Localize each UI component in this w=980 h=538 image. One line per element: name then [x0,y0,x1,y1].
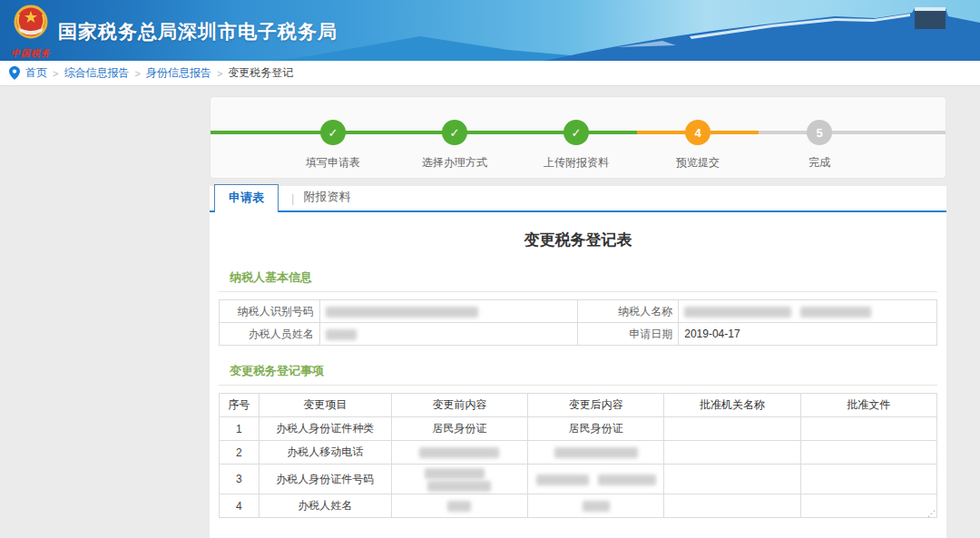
step-circle-2: ✓ [442,120,467,145]
redacted-value [425,468,485,479]
change-item-row: 4办税人姓名 [220,494,937,518]
breadcrumb-item[interactable]: 综合信息报告 [64,65,129,81]
resize-gripper[interactable]: ⋰ [927,510,936,517]
redacted-value [684,307,791,318]
breadcrumb-separator: > [134,68,140,79]
field-value [319,300,578,323]
step-circle-5: 5 [807,120,832,145]
redacted-value [583,501,610,512]
cell-before [391,441,527,465]
field-value: 2019-04-17 [679,323,937,346]
cell-document [800,465,936,494]
redacted-value [326,307,478,318]
location-pin-icon [9,66,20,80]
field-label: 申请日期 [578,323,679,346]
field-value [319,323,578,346]
redacted-value [598,474,656,485]
field-label: 纳税人识别号码 [220,300,320,323]
tab-separator: | [291,191,294,205]
cell-item: 办税人姓名 [259,494,391,518]
national-tax-emblem-icon [11,4,51,44]
cell-document [800,441,936,465]
redacted-value [800,307,871,318]
breadcrumb-items: 首页>综合信息报告>身份信息报告>变更税务登记 [22,65,297,81]
step-circle-4: 4 [685,120,710,145]
section-title-basic-info: 纳税人基本信息 [219,261,937,292]
form-card: 申请表 | 附报资料 变更税务登记表 纳税人基本信息 纳税人识别号码纳税人名称办… [210,186,946,538]
cell-after [528,465,664,494]
section-title-change-items: 变更税务登记事项 [219,355,937,386]
cell-document [800,417,936,441]
step-label-5: 完成 [765,155,874,171]
step-label-1: 填写申请表 [279,155,387,171]
field-value [679,300,937,323]
basic-info-body: 纳税人识别号码纳税人名称办税人员姓名申请日期2019-04-17 [220,300,937,346]
logo-caption: 中国税务 [8,47,54,60]
cell-authority [664,417,800,441]
basic-info-table: 纳税人识别号码纳税人名称办税人员姓名申请日期2019-04-17 [219,299,937,346]
cell-after [528,494,664,518]
field-label: 纳税人名称 [578,300,679,323]
cell-document [800,494,936,518]
change-items-wrap: 序号变更项目变更前内容变更后内容批准机关名称批准文件1办税人身份证件种类居民身份… [210,393,946,518]
breadcrumb-item: 变更税务登记 [228,65,293,81]
stepper: ✓填写申请表✓选择办理方式✓上传附报资料4预览提交5完成 [210,96,946,179]
main-area: ✓填写申请表✓选择办理方式✓上传附报资料4预览提交5完成 申请表 | 附报资料 … [0,96,980,538]
change-items-body: 序号变更项目变更前内容变更后内容批准机关名称批准文件1办税人身份证件种类居民身份… [220,394,937,518]
cell-before: 居民身份证 [391,417,527,441]
app-header: 中国税务 国家税务总局深圳市电子税务局 [0,0,980,61]
column-header: 变更前内容 [391,394,527,417]
cell-no: 2 [220,441,260,465]
redacted-value [554,447,638,458]
basic-info-row: 纳税人识别号码纳税人名称 [220,300,937,323]
cell-before [391,465,527,494]
change-items-table: 序号变更项目变更前内容变更后内容批准机关名称批准文件1办税人身份证件种类居民身份… [219,393,937,518]
redacted-value [419,447,499,458]
stepper-line-segment [759,131,946,134]
cell-authority [664,494,800,518]
cell-authority [664,465,800,494]
cell-authority [664,441,800,465]
content-panel: ✓填写申请表✓选择办理方式✓上传附报资料4预览提交5完成 申请表 | 附报资料 … [210,96,946,538]
column-header: 变更后内容 [528,394,664,417]
change-item-row: 3办税人身份证件号码 [220,465,937,494]
column-header: 批准机关名称 [664,394,800,417]
redacted-value [447,501,471,512]
step-circle-3: ✓ [564,120,589,145]
breadcrumb-item[interactable]: 身份信息报告 [146,65,211,81]
cell-item: 办税人身份证件种类 [259,417,391,441]
tab-attached-materials[interactable]: 附报资料 [303,189,350,205]
tabstrip: 申请表 | 附报资料 [210,186,946,212]
redacted-value [326,329,357,340]
step-label-3: 上传附报资料 [522,155,631,171]
cell-no: 1 [220,417,260,441]
cell-after [528,441,664,465]
column-header: 批准文件 [800,394,936,417]
column-header: 序号 [220,394,260,417]
column-header: 变更项目 [259,394,391,417]
step-circle-1: ✓ [320,120,346,145]
field-label: 办税人员姓名 [220,323,320,346]
breadcrumb: 首页>综合信息报告>身份信息报告>变更税务登记 [0,61,980,86]
redacted-value [427,481,491,492]
change-item-row: 2办税人移动电话 [220,441,937,465]
breadcrumb-separator: > [217,68,222,79]
cell-after: 居民身份证 [528,417,664,441]
change-items-header-row: 序号变更项目变更前内容变更后内容批准机关名称批准文件 [220,394,937,417]
breadcrumb-item[interactable]: 首页 [25,65,47,81]
site-title: 国家税务总局深圳市电子税务局 [58,19,338,44]
redacted-value [536,474,589,485]
cell-item: 办税人身份证件号码 [259,465,391,494]
form-title: 变更税务登记表 [210,230,946,250]
tax-bureau-logo: 中国税务 [8,4,54,60]
change-item-row: 1办税人身份证件种类居民身份证居民身份证 [220,417,937,441]
cell-item: 办税人移动电话 [259,441,391,465]
breadcrumb-separator: > [53,68,58,79]
tab-application-form[interactable]: 申请表 [214,184,279,212]
step-label-4: 预览提交 [643,155,752,171]
basic-info-row: 办税人员姓名申请日期2019-04-17 [220,323,937,346]
step-label-2: 选择办理方式 [400,155,509,171]
cell-no: 3 [220,465,260,494]
cell-before [391,494,527,518]
cell-no: 4 [220,494,260,518]
